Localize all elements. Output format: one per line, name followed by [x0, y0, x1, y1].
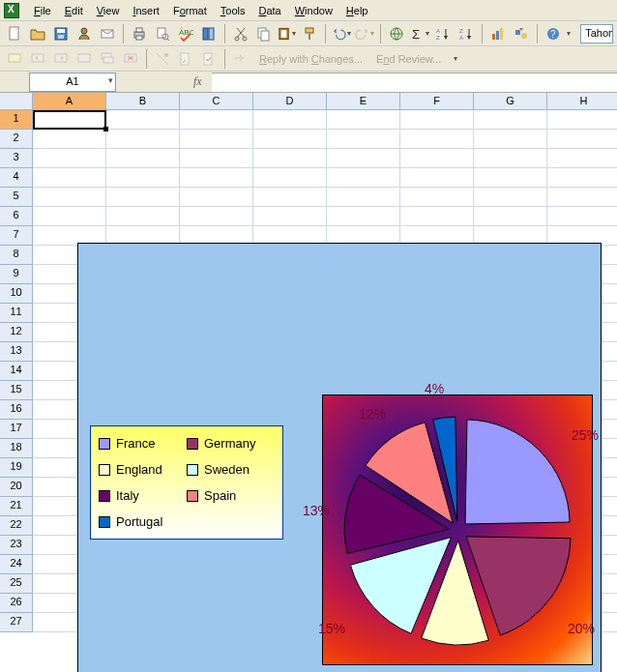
- cell[interactable]: [180, 168, 253, 188]
- cell[interactable]: [474, 110, 547, 130]
- prev-comment-button[interactable]: [27, 48, 48, 70]
- cell[interactable]: [474, 188, 547, 207]
- cell[interactable]: [327, 149, 400, 168]
- pie-slice[interactable]: [465, 420, 570, 524]
- cell[interactable]: [400, 110, 474, 130]
- cell[interactable]: [106, 110, 180, 130]
- cell[interactable]: [400, 130, 474, 149]
- drawing-button[interactable]: [511, 23, 532, 44]
- cell[interactable]: [33, 168, 106, 188]
- row-header[interactable]: 4: [0, 168, 33, 188]
- research-button[interactable]: [198, 23, 220, 44]
- hyperlink-button[interactable]: [386, 23, 407, 44]
- cell[interactable]: [474, 149, 547, 168]
- cell[interactable]: [253, 188, 327, 207]
- row-header[interactable]: 26: [0, 594, 33, 613]
- column-header[interactable]: B: [106, 93, 180, 110]
- cell[interactable]: [106, 149, 180, 168]
- undo-button[interactable]: ▾: [331, 23, 352, 44]
- column-header[interactable]: F: [400, 93, 474, 110]
- paste-button[interactable]: ▾: [276, 23, 297, 44]
- row-header[interactable]: 3: [0, 149, 33, 168]
- column-header[interactable]: H: [547, 93, 617, 110]
- cell[interactable]: [180, 130, 253, 149]
- legend-item[interactable]: England: [99, 462, 187, 477]
- cell[interactable]: [547, 207, 617, 226]
- row-header[interactable]: 27: [0, 613, 33, 632]
- cell[interactable]: [106, 130, 180, 149]
- cell[interactable]: [33, 149, 106, 168]
- cell[interactable]: [33, 110, 106, 130]
- row-header[interactable]: 24: [0, 555, 33, 574]
- sort-desc-button[interactable]: ZA: [455, 23, 477, 44]
- menu-format[interactable]: Format: [166, 3, 214, 18]
- cell[interactable]: [327, 110, 400, 130]
- end-review-button[interactable]: End Review...: [370, 53, 447, 65]
- row-header[interactable]: 10: [0, 284, 33, 304]
- chart-wizard-button[interactable]: [487, 23, 509, 44]
- cell[interactable]: [547, 168, 617, 188]
- redo-button[interactable]: ▾: [354, 23, 375, 44]
- cell[interactable]: [400, 168, 474, 188]
- cell[interactable]: [327, 130, 400, 149]
- menu-file[interactable]: File: [27, 3, 58, 18]
- cell[interactable]: [33, 188, 106, 207]
- row-header[interactable]: 19: [0, 458, 33, 478]
- reply-icon[interactable]: [230, 48, 251, 70]
- legend-item[interactable]: Italy: [99, 488, 187, 503]
- spelling-button[interactable]: ABC: [175, 23, 196, 44]
- legend-item[interactable]: Sweden: [187, 462, 275, 477]
- cell[interactable]: [253, 130, 327, 149]
- cell[interactable]: [474, 130, 547, 149]
- row-header[interactable]: 6: [0, 207, 33, 226]
- formula-input[interactable]: [212, 73, 617, 92]
- row-header[interactable]: 16: [0, 400, 33, 420]
- column-header[interactable]: A: [33, 93, 106, 110]
- column-header[interactable]: C: [180, 93, 253, 110]
- cell[interactable]: [180, 207, 253, 226]
- format-painter-button[interactable]: [299, 23, 320, 44]
- row-header[interactable]: 8: [0, 246, 33, 265]
- delete-comment-button[interactable]: [120, 48, 141, 70]
- cell[interactable]: [180, 110, 253, 130]
- cell[interactable]: [327, 168, 400, 188]
- save-button[interactable]: [50, 23, 72, 44]
- font-name-selector[interactable]: Tahoma: [580, 24, 613, 44]
- row-header[interactable]: 14: [0, 362, 33, 381]
- name-box[interactable]: A1: [29, 73, 116, 92]
- row-header[interactable]: 13: [0, 342, 33, 362]
- row-header[interactable]: 17: [0, 420, 33, 439]
- show-comment-button[interactable]: [73, 48, 95, 70]
- cell[interactable]: [180, 188, 253, 207]
- toolbar-options-icon[interactable]: ▾: [453, 54, 457, 63]
- cut-button[interactable]: [230, 23, 251, 44]
- menu-edit[interactable]: Edit: [58, 3, 90, 18]
- sort-asc-button[interactable]: AZ: [432, 23, 454, 44]
- row-header[interactable]: 12: [0, 323, 33, 342]
- show-all-comments-button[interactable]: [97, 48, 118, 70]
- cell[interactable]: [106, 207, 180, 226]
- legend-item[interactable]: Spain: [187, 488, 275, 503]
- next-comment-button[interactable]: [50, 48, 72, 70]
- row-header[interactable]: 22: [0, 516, 33, 536]
- cell[interactable]: [547, 130, 617, 149]
- menu-data[interactable]: Data: [251, 3, 287, 18]
- chart-object[interactable]: FranceGermanyEnglandSwedenItalySpainPort…: [77, 243, 602, 672]
- menu-view[interactable]: View: [90, 3, 127, 18]
- cell[interactable]: [33, 130, 106, 149]
- column-header[interactable]: E: [327, 93, 400, 110]
- select-all-corner[interactable]: [0, 93, 33, 110]
- column-header[interactable]: G: [474, 93, 547, 110]
- copy-button[interactable]: [253, 23, 275, 44]
- cell[interactable]: [253, 149, 327, 168]
- cell[interactable]: [33, 207, 106, 226]
- new-comment-button[interactable]: [4, 48, 25, 70]
- help-button[interactable]: ?: [543, 23, 564, 44]
- cell[interactable]: [400, 149, 474, 168]
- cell[interactable]: [547, 110, 617, 130]
- menu-help[interactable]: Help: [339, 3, 375, 18]
- print-preview-button[interactable]: [152, 23, 173, 44]
- row-header[interactable]: 5: [0, 188, 33, 207]
- row-header[interactable]: 18: [0, 439, 33, 458]
- cell[interactable]: [327, 188, 400, 207]
